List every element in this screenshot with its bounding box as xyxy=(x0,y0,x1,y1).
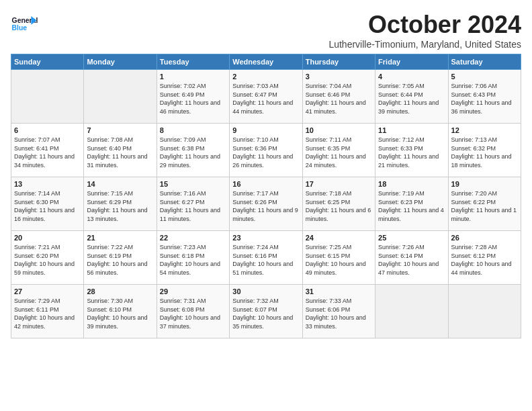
calendar-cell: 29Sunrise: 7:31 AM Sunset: 6:08 PM Dayli… xyxy=(157,285,229,338)
day-number: 25 xyxy=(378,234,445,242)
calendar-cell: 10Sunrise: 7:11 AM Sunset: 6:35 PM Dayli… xyxy=(302,124,375,177)
day-info: Sunrise: 7:08 AM Sunset: 6:40 PM Dayligh… xyxy=(87,136,153,169)
logo: General Blue xyxy=(11,11,38,38)
day-info: Sunrise: 7:10 AM Sunset: 6:36 PM Dayligh… xyxy=(232,136,299,169)
day-number: 4 xyxy=(378,73,445,81)
day-info: Sunrise: 7:19 AM Sunset: 6:23 PM Dayligh… xyxy=(378,189,445,223)
calendar-cell xyxy=(375,285,448,338)
title-block: October 2024 Lutherville-Timonium, Maryl… xyxy=(328,11,521,50)
calendar-week-row: 13Sunrise: 7:14 AM Sunset: 6:30 PM Dayli… xyxy=(11,177,521,231)
calendar-cell: 12Sunrise: 7:13 AM Sunset: 6:32 PM Dayli… xyxy=(448,124,521,177)
day-info: Sunrise: 7:07 AM Sunset: 6:41 PM Dayligh… xyxy=(14,136,81,169)
day-info: Sunrise: 7:16 AM Sunset: 6:27 PM Dayligh… xyxy=(160,189,226,223)
weekday-header: Tuesday xyxy=(157,54,229,70)
calendar-cell: 28Sunrise: 7:30 AM Sunset: 6:10 PM Dayli… xyxy=(84,285,157,338)
calendar-cell: 17Sunrise: 7:18 AM Sunset: 6:25 PM Dayli… xyxy=(302,177,375,231)
day-number: 22 xyxy=(160,234,226,242)
location-subtitle: Lutherville-Timonium, Maryland, United S… xyxy=(328,39,521,50)
calendar-cell: 20Sunrise: 7:21 AM Sunset: 6:20 PM Dayli… xyxy=(11,231,84,285)
day-number: 13 xyxy=(14,180,81,188)
day-number: 20 xyxy=(14,234,81,242)
calendar-cell: 24Sunrise: 7:25 AM Sunset: 6:15 PM Dayli… xyxy=(302,231,375,285)
day-number: 2 xyxy=(232,73,299,81)
day-number: 6 xyxy=(14,126,81,134)
calendar-cell: 26Sunrise: 7:28 AM Sunset: 6:12 PM Dayli… xyxy=(448,231,521,285)
calendar-cell: 25Sunrise: 7:26 AM Sunset: 6:14 PM Dayli… xyxy=(375,231,448,285)
day-info: Sunrise: 7:22 AM Sunset: 6:19 PM Dayligh… xyxy=(87,243,153,277)
day-number: 15 xyxy=(160,180,226,188)
day-info: Sunrise: 7:02 AM Sunset: 6:49 PM Dayligh… xyxy=(160,82,226,116)
day-info: Sunrise: 7:14 AM Sunset: 6:30 PM Dayligh… xyxy=(14,189,81,223)
calendar-cell: 8Sunrise: 7:09 AM Sunset: 6:38 PM Daylig… xyxy=(157,124,229,177)
calendar-cell: 11Sunrise: 7:12 AM Sunset: 6:33 PM Dayli… xyxy=(375,124,448,177)
calendar-cell: 14Sunrise: 7:15 AM Sunset: 6:29 PM Dayli… xyxy=(84,177,157,231)
day-info: Sunrise: 7:26 AM Sunset: 6:14 PM Dayligh… xyxy=(378,243,445,277)
calendar-week-row: 20Sunrise: 7:21 AM Sunset: 6:20 PM Dayli… xyxy=(11,231,521,285)
page-header: General Blue October 2024 Lutherville-Ti… xyxy=(11,11,521,50)
calendar-cell: 13Sunrise: 7:14 AM Sunset: 6:30 PM Dayli… xyxy=(11,177,84,231)
calendar-table: SundayMondayTuesdayWednesdayThursdayFrid… xyxy=(11,54,521,338)
svg-text:Blue: Blue xyxy=(12,24,28,32)
day-number: 23 xyxy=(232,234,299,242)
day-info: Sunrise: 7:05 AM Sunset: 6:44 PM Dayligh… xyxy=(378,82,445,116)
day-info: Sunrise: 7:33 AM Sunset: 6:06 PM Dayligh… xyxy=(306,297,372,330)
day-number: 28 xyxy=(87,287,153,295)
day-number: 12 xyxy=(451,126,518,134)
calendar-cell: 4Sunrise: 7:05 AM Sunset: 6:44 PM Daylig… xyxy=(375,70,448,124)
day-info: Sunrise: 7:23 AM Sunset: 6:18 PM Dayligh… xyxy=(160,243,226,277)
day-number: 31 xyxy=(306,287,372,295)
day-info: Sunrise: 7:03 AM Sunset: 6:47 PM Dayligh… xyxy=(232,82,299,116)
day-info: Sunrise: 7:25 AM Sunset: 6:15 PM Dayligh… xyxy=(306,243,372,277)
weekday-header: Saturday xyxy=(448,54,521,70)
day-info: Sunrise: 7:12 AM Sunset: 6:33 PM Dayligh… xyxy=(378,136,445,169)
calendar-cell: 21Sunrise: 7:22 AM Sunset: 6:19 PM Dayli… xyxy=(84,231,157,285)
calendar-cell: 7Sunrise: 7:08 AM Sunset: 6:40 PM Daylig… xyxy=(84,124,157,177)
calendar-cell: 5Sunrise: 7:06 AM Sunset: 6:43 PM Daylig… xyxy=(448,70,521,124)
day-info: Sunrise: 7:30 AM Sunset: 6:10 PM Dayligh… xyxy=(87,297,153,330)
day-number: 18 xyxy=(378,180,445,188)
calendar-cell: 1Sunrise: 7:02 AM Sunset: 6:49 PM Daylig… xyxy=(157,70,229,124)
day-info: Sunrise: 7:06 AM Sunset: 6:43 PM Dayligh… xyxy=(451,82,518,116)
calendar-cell: 2Sunrise: 7:03 AM Sunset: 6:47 PM Daylig… xyxy=(230,70,302,124)
day-info: Sunrise: 7:15 AM Sunset: 6:29 PM Dayligh… xyxy=(87,189,153,223)
day-number: 26 xyxy=(451,234,518,242)
calendar-cell xyxy=(11,70,84,124)
day-number: 27 xyxy=(14,287,81,295)
day-number: 17 xyxy=(306,180,372,188)
day-info: Sunrise: 7:21 AM Sunset: 6:20 PM Dayligh… xyxy=(14,243,81,277)
day-number: 19 xyxy=(451,180,518,188)
day-info: Sunrise: 7:29 AM Sunset: 6:11 PM Dayligh… xyxy=(14,297,81,330)
day-number: 30 xyxy=(232,287,299,295)
weekday-header: Thursday xyxy=(302,54,375,70)
calendar-cell: 30Sunrise: 7:32 AM Sunset: 6:07 PM Dayli… xyxy=(230,285,302,338)
day-number: 11 xyxy=(378,126,445,134)
calendar-cell xyxy=(448,285,521,338)
day-info: Sunrise: 7:18 AM Sunset: 6:25 PM Dayligh… xyxy=(306,189,372,223)
logo-icon: General Blue xyxy=(11,11,38,38)
day-info: Sunrise: 7:32 AM Sunset: 6:07 PM Dayligh… xyxy=(232,297,299,330)
calendar-cell: 18Sunrise: 7:19 AM Sunset: 6:23 PM Dayli… xyxy=(375,177,448,231)
calendar-cell: 9Sunrise: 7:10 AM Sunset: 6:36 PM Daylig… xyxy=(230,124,302,177)
day-number: 24 xyxy=(306,234,372,242)
day-number: 10 xyxy=(306,126,372,134)
weekday-header: Friday xyxy=(375,54,448,70)
day-number: 3 xyxy=(306,73,372,81)
month-title: October 2024 xyxy=(328,11,521,39)
day-info: Sunrise: 7:24 AM Sunset: 6:16 PM Dayligh… xyxy=(232,243,299,277)
weekday-header: Wednesday xyxy=(230,54,302,70)
day-number: 5 xyxy=(451,73,518,81)
day-info: Sunrise: 7:17 AM Sunset: 6:26 PM Dayligh… xyxy=(232,189,299,223)
day-info: Sunrise: 7:13 AM Sunset: 6:32 PM Dayligh… xyxy=(451,136,518,169)
weekday-header: Sunday xyxy=(11,54,84,70)
day-number: 29 xyxy=(160,287,226,295)
day-number: 1 xyxy=(160,73,226,81)
day-info: Sunrise: 7:09 AM Sunset: 6:38 PM Dayligh… xyxy=(160,136,226,169)
calendar-week-row: 1Sunrise: 7:02 AM Sunset: 6:49 PM Daylig… xyxy=(11,70,521,124)
day-number: 8 xyxy=(160,126,226,134)
calendar-cell: 22Sunrise: 7:23 AM Sunset: 6:18 PM Dayli… xyxy=(157,231,229,285)
weekday-header: Monday xyxy=(84,54,157,70)
calendar-cell: 23Sunrise: 7:24 AM Sunset: 6:16 PM Dayli… xyxy=(230,231,302,285)
weekday-header-row: SundayMondayTuesdayWednesdayThursdayFrid… xyxy=(11,54,521,70)
day-number: 7 xyxy=(87,126,153,134)
calendar-week-row: 27Sunrise: 7:29 AM Sunset: 6:11 PM Dayli… xyxy=(11,285,521,338)
